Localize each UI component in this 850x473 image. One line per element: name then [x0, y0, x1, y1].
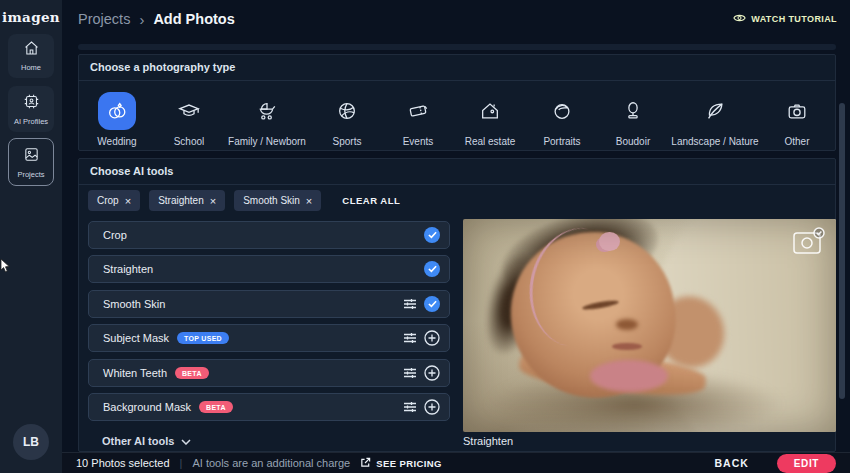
- face-icon: [543, 92, 581, 130]
- chip-crop[interactable]: Crop ×: [88, 190, 140, 211]
- sliders-icon[interactable]: [403, 401, 417, 413]
- baby-pram-icon: [248, 92, 286, 130]
- vertical-scrollbar-thumb[interactable]: [839, 103, 845, 399]
- beta-badge: BETA: [199, 401, 233, 413]
- top-used-badge: TOP USED: [177, 332, 229, 344]
- sidebar-item-label: AI Profiles: [14, 117, 48, 126]
- check-icon[interactable]: [424, 227, 440, 243]
- sliders-icon[interactable]: [403, 332, 417, 344]
- close-icon[interactable]: ×: [125, 195, 131, 207]
- sidebar-item-label: Projects: [17, 170, 44, 179]
- sidebar: imagen Home AI Profiles Projects LB: [0, 0, 62, 473]
- mirror-icon: [614, 92, 652, 130]
- sliders-icon[interactable]: [403, 298, 417, 310]
- close-icon[interactable]: ×: [210, 195, 216, 207]
- footer-bar: 10 Photos selected | AI tools are an add…: [62, 452, 850, 473]
- page-title: Add Photos: [153, 11, 234, 27]
- watch-tutorial-label: WATCH TUTORIAL: [751, 14, 837, 24]
- scrolled-panel-edge: [78, 44, 836, 50]
- chevron-down-icon: [181, 435, 191, 447]
- photo-vignette: [463, 219, 836, 432]
- projects-icon: [23, 146, 40, 167]
- user-avatar[interactable]: LB: [13, 424, 49, 460]
- chip-smooth-skin[interactable]: Smooth Skin ×: [234, 190, 321, 211]
- ai-profiles-icon: [23, 93, 40, 114]
- watch-tutorial-button[interactable]: WATCH TUTORIAL: [733, 0, 837, 38]
- add-tool-icon[interactable]: [424, 330, 440, 346]
- see-pricing-link[interactable]: SEE PRICING: [360, 457, 442, 470]
- breadcrumb-separator: ›: [139, 11, 144, 28]
- edit-button[interactable]: EDIT: [777, 454, 836, 473]
- footer-divider: |: [180, 457, 183, 469]
- tool-row-crop[interactable]: Crop: [88, 221, 450, 249]
- tool-row-whiten-teeth[interactable]: Whiten Teeth BETA: [88, 359, 450, 387]
- add-tool-icon[interactable]: [424, 365, 440, 381]
- tickets-icon: [399, 92, 437, 130]
- tool-row-subject-mask[interactable]: Subject Mask TOP USED: [88, 324, 450, 352]
- add-tool-icon[interactable]: [424, 399, 440, 415]
- check-icon[interactable]: [424, 261, 440, 277]
- sidebar-item-ai-profiles[interactable]: AI Profiles: [8, 86, 54, 132]
- breadcrumb: Projects › Add Photos: [78, 0, 235, 38]
- charge-note: AI tools are an additional charge: [192, 457, 350, 469]
- camera-check-icon: [792, 227, 826, 259]
- tool-row-smooth-skin[interactable]: Smooth Skin: [88, 290, 450, 318]
- imagen-logo: imagen: [0, 9, 62, 25]
- other-ai-tools-expander[interactable]: Other AI tools: [102, 435, 191, 447]
- photos-selected-count: 10 Photos selected: [76, 457, 170, 469]
- breadcrumb-projects[interactable]: Projects: [78, 11, 130, 27]
- graduation-cap-icon: [170, 92, 208, 130]
- sidebar-item-home[interactable]: Home: [8, 34, 54, 78]
- clear-all-button[interactable]: CLEAR ALL: [342, 195, 400, 206]
- preview-caption: Straighten: [463, 435, 513, 447]
- app-window: imagen Home AI Profiles Projects LB Proj…: [0, 0, 850, 473]
- tool-row-straighten[interactable]: Straighten: [88, 255, 450, 283]
- sliders-icon[interactable]: [403, 367, 417, 379]
- volleyball-icon: [328, 92, 366, 130]
- chip-straighten[interactable]: Straighten ×: [149, 190, 225, 211]
- check-icon[interactable]: [424, 296, 440, 312]
- leaf-icon: [696, 92, 734, 130]
- sidebar-item-label: Home: [21, 63, 41, 72]
- photography-type-title: Choose a photography type: [78, 54, 836, 81]
- selected-tools-chips: Crop × Straighten × Smooth Skin × CLEAR …: [88, 190, 400, 211]
- house-icon: [471, 92, 509, 130]
- beta-badge: BETA: [175, 367, 209, 379]
- back-button[interactable]: BACK: [714, 457, 748, 469]
- sidebar-item-projects[interactable]: Projects: [8, 138, 54, 186]
- ptype-other[interactable]: Other: [747, 92, 847, 147]
- preview-photo[interactable]: [463, 219, 836, 432]
- tool-row-background-mask[interactable]: Background Mask BETA: [88, 393, 450, 421]
- wedding-rings-icon: [98, 92, 136, 130]
- external-link-icon: [360, 457, 371, 470]
- home-icon: [23, 40, 40, 60]
- mouse-cursor: [0, 258, 12, 277]
- close-icon[interactable]: ×: [306, 195, 312, 207]
- camera-icon: [778, 92, 816, 130]
- ai-tools-title: Choose AI tools: [78, 158, 836, 185]
- eye-icon: [733, 13, 746, 25]
